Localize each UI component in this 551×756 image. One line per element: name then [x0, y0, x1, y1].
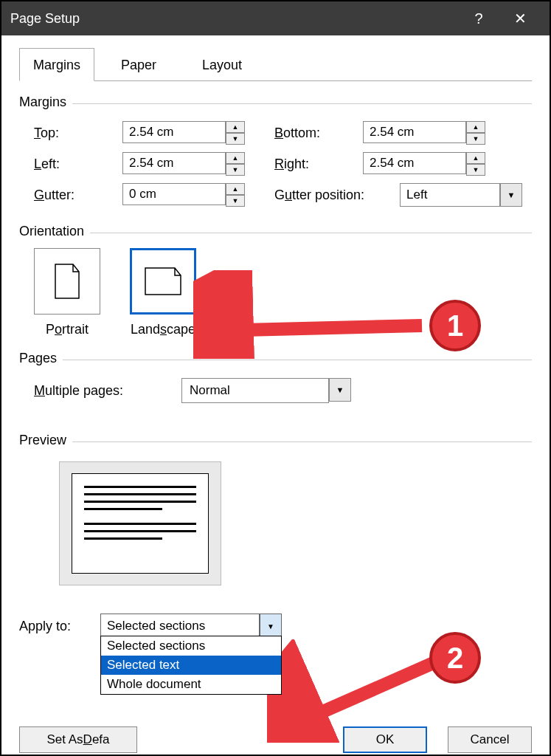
top-spinner[interactable]: ▲▼ — [122, 121, 245, 145]
cancel-button[interactable]: Cancel — [448, 726, 532, 753]
annotation-badge-2: 2 — [429, 632, 481, 684]
top-input[interactable] — [122, 121, 226, 143]
chevron-down-icon[interactable]: ▼ — [500, 183, 522, 207]
dialog-title: Page Setup — [10, 11, 458, 27]
tab-paper[interactable]: Paper — [108, 49, 170, 81]
apply-to-label: Apply to: — [19, 619, 100, 634]
spin-down-icon[interactable]: ▼ — [226, 195, 245, 207]
right-label: Right: — [274, 157, 363, 172]
annotation-badge-1: 1 — [429, 300, 481, 351]
tabstrip: Margins Paper Layout — [19, 49, 532, 81]
group-pages: Pages — [19, 351, 63, 366]
svg-line-1 — [289, 662, 437, 726]
multiple-pages-dropdown[interactable]: Normal ▼ — [181, 378, 351, 403]
orientation-landscape[interactable]: Landscape — [130, 248, 196, 337]
right-spinner[interactable]: ▲▼ — [363, 152, 485, 176]
spin-down-icon[interactable]: ▼ — [226, 133, 245, 145]
spin-down-icon[interactable]: ▼ — [466, 133, 485, 145]
chevron-down-icon[interactable]: ▼ — [260, 614, 282, 639]
applyto-option-selected-text[interactable]: Selected text — [101, 656, 281, 675]
top-label: Top: — [34, 126, 122, 141]
multiple-pages-label: Multiple pages: — [34, 383, 181, 399]
help-button[interactable]: ? — [458, 10, 499, 27]
bottom-spinner[interactable]: ▲▼ — [363, 121, 485, 145]
apply-to-options-list: Selected sections Selected text Whole do… — [100, 636, 282, 695]
group-orientation: Orientation — [19, 224, 90, 239]
apply-to-value: Selected sections — [100, 614, 260, 639]
multiple-pages-value: Normal — [181, 378, 329, 403]
group-margins: Margins — [19, 94, 72, 110]
ok-button[interactable]: OK — [343, 726, 427, 753]
chevron-down-icon[interactable]: ▼ — [329, 378, 351, 402]
spin-up-icon[interactable]: ▲ — [466, 152, 485, 164]
spin-up-icon[interactable]: ▲ — [226, 121, 245, 133]
left-input[interactable] — [122, 152, 226, 174]
gutter-label: Gutter: — [34, 188, 122, 203]
bottom-label: Bottom: — [274, 126, 363, 141]
group-preview: Preview — [19, 433, 72, 448]
spin-up-icon[interactable]: ▲ — [226, 152, 245, 164]
titlebar: Page Setup ? ✕ — [1, 1, 550, 35]
tab-layout[interactable]: Layout — [189, 49, 255, 81]
gutterpos-value: Left — [400, 183, 500, 207]
left-label: Left: — [34, 157, 122, 172]
left-spinner[interactable]: ▲▼ — [122, 152, 245, 176]
landscape-page-icon — [143, 267, 183, 296]
orientation-portrait[interactable]: Portrait — [34, 248, 100, 337]
close-button[interactable]: ✕ — [499, 10, 541, 27]
spin-up-icon[interactable]: ▲ — [226, 183, 245, 195]
gutterpos-dropdown[interactable]: Left ▼ — [400, 183, 522, 207]
gutter-input[interactable] — [122, 183, 226, 205]
spin-down-icon[interactable]: ▼ — [466, 164, 485, 176]
bottom-input[interactable] — [363, 121, 466, 143]
right-input[interactable] — [363, 152, 466, 174]
spin-down-icon[interactable]: ▼ — [226, 164, 245, 176]
spin-up-icon[interactable]: ▲ — [466, 121, 485, 133]
set-as-default-button[interactable]: Set As Defa — [19, 726, 137, 753]
applyto-option-selected-sections[interactable]: Selected sections — [101, 636, 281, 656]
gutterpos-label: Gutter position: — [274, 188, 400, 203]
applyto-option-whole-document[interactable]: Whole document — [101, 675, 281, 694]
portrait-page-icon — [53, 263, 81, 300]
preview-thumbnail — [59, 461, 221, 585]
tab-margins[interactable]: Margins — [19, 48, 94, 81]
gutter-spinner[interactable]: ▲▼ — [122, 183, 245, 207]
apply-to-dropdown[interactable]: Selected sections ▼ — [100, 614, 282, 639]
